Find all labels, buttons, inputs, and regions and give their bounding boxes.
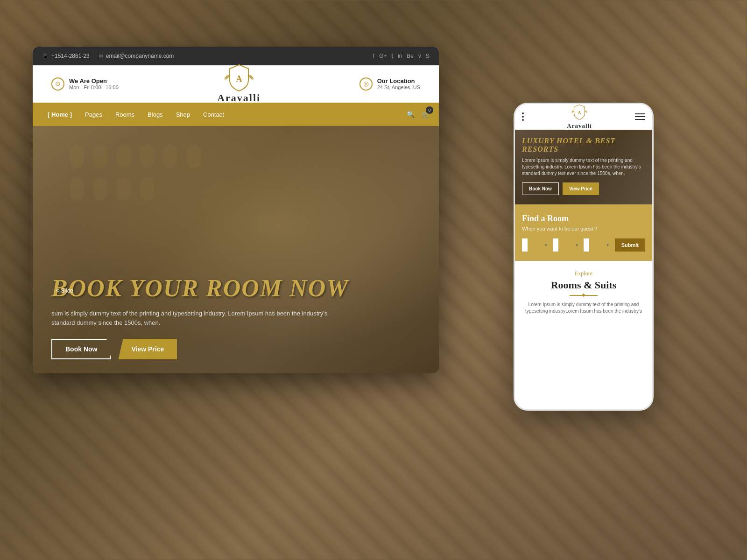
svg-rect-4 — [140, 145, 154, 168]
svg-text:A: A — [236, 74, 242, 84]
nav-right: 🔍 🛒 0 — [407, 110, 430, 119]
find-room-submit[interactable]: Submit — [615, 238, 645, 252]
email-contact: ✉ email@companyname.com — [99, 53, 174, 59]
nav-contact[interactable]: Contact — [197, 108, 230, 121]
nav-blogs[interactable]: Blogs — [142, 108, 169, 121]
hero-content: < Slide Book Your Room Now sum is simply… — [51, 274, 420, 359]
phone-menu-dots[interactable] — [522, 112, 524, 121]
phone-book-now-button[interactable]: Book Now — [522, 182, 559, 195]
svg-text:A: A — [578, 110, 581, 115]
svg-rect-10 — [140, 177, 154, 201]
book-now-button[interactable]: Book Now — [51, 339, 111, 359]
phone-icon: 📱 — [42, 53, 49, 59]
topbar-social: f G+ t in Be v S — [373, 53, 430, 59]
open-hours: Mon - Fri 8:00 - 16:00 — [69, 84, 119, 90]
guests-select[interactable] — [584, 238, 589, 252]
nav-links: Home Pages Rooms Blogs Shop Contact — [42, 108, 230, 121]
cart-count: 0 — [426, 106, 433, 114]
nav-pages[interactable]: Pages — [79, 108, 108, 121]
browser-topbar: 📱 +1514-2861-23 ✉ email@companyname.com … — [33, 47, 439, 65]
checkout-select-wrapper — [553, 238, 581, 252]
linkedin-icon[interactable]: in — [398, 53, 402, 59]
checkin-select[interactable] — [522, 238, 528, 252]
open-label: We Are Open — [69, 77, 119, 84]
svg-rect-3 — [117, 145, 131, 168]
facebook-icon[interactable]: f — [373, 53, 374, 59]
site-logo[interactable]: A Aravalli — [217, 64, 261, 104]
phone-number: +1514-2861-23 — [51, 53, 90, 59]
email-icon: ✉ — [99, 53, 103, 59]
guests-select-wrapper — [584, 238, 612, 252]
topbar-left: 📱 +1514-2861-23 ✉ email@companyname.com — [42, 53, 174, 59]
hamburger-menu[interactable] — [635, 113, 645, 120]
behance-icon[interactable]: Be — [407, 53, 414, 59]
skype-icon[interactable]: S — [426, 53, 430, 59]
nav-rooms[interactable]: Rooms — [110, 108, 140, 121]
mobile-phone: A Aravalli LUXURY HOTEL & BEST RESORTS L… — [514, 103, 654, 411]
email-address: email@companyname.com — [106, 53, 174, 59]
svg-rect-8 — [93, 177, 107, 201]
hero-buttons: Book Now View Price — [51, 339, 420, 359]
location-address: 24 St, Angeles, US — [377, 84, 420, 90]
main-navbar: Home Pages Rooms Blogs Shop Contact 🔍 🛒 … — [33, 103, 439, 126]
nav-home[interactable]: Home — [42, 108, 78, 121]
svg-rect-6 — [187, 145, 201, 168]
nav-shop[interactable]: Shop — [170, 108, 196, 121]
cart-badge[interactable]: 🛒 0 — [422, 110, 430, 119]
find-room-section: Find a Room When you want to be our gues… — [515, 204, 652, 261]
hours-text: We Are Open Mon - Fri 8:00 - 16:00 — [69, 77, 119, 90]
location-text: Our Location 24 St, Angeles, US — [377, 77, 420, 90]
svg-rect-9 — [117, 177, 131, 201]
find-room-subtitle: When you want to be our guest ? — [522, 226, 645, 231]
phone-logo-shield: A — [570, 104, 589, 122]
logo-shield: A — [223, 64, 255, 92]
clock-icon: ⊙ — [51, 77, 64, 91]
header-hours: ⊙ We Are Open Mon - Fri 8:00 - 16:00 — [51, 77, 119, 91]
checkin-select-wrapper — [522, 238, 550, 252]
rooms-section: Explore Rooms & Suits Lorem Ipsum is sim… — [515, 261, 652, 324]
location-label: Our Location — [377, 77, 420, 84]
search-icon[interactable]: 🔍 — [407, 111, 415, 119]
rooms-divider — [570, 295, 598, 296]
hero-section: < Slide Book Your Room Now sum is simply… — [33, 126, 439, 373]
location-icon: ◎ — [359, 77, 373, 91]
svg-rect-1 — [70, 145, 84, 168]
phone-hero-description: Lorem Ipsum is simply dummy text of the … — [522, 157, 645, 177]
phone-hero-title: LUXURY HOTEL & BEST RESORTS — [522, 137, 645, 154]
find-room-controls: Submit — [522, 238, 645, 252]
svg-rect-2 — [93, 145, 107, 168]
svg-rect-5 — [163, 145, 177, 168]
site-header: ⊙ We Are Open Mon - Fri 8:00 - 16:00 — [33, 65, 439, 103]
googleplus-icon[interactable]: G+ — [379, 53, 387, 59]
header-location: ◎ Our Location 24 St, Angeles, US — [359, 77, 420, 91]
hero-title: Book Your Room Now — [51, 274, 420, 302]
phone-view-price-button[interactable]: View Price — [563, 182, 599, 195]
hero-description: sum is simply dummy text of the printing… — [51, 309, 331, 327]
phone-topbar: A Aravalli — [515, 104, 652, 130]
explore-label: Explore — [522, 270, 645, 277]
brand-name: Aravalli — [217, 92, 261, 104]
phone-contact: 📱 +1514-2861-23 — [42, 53, 90, 59]
phone-brand-name: Aravalli — [567, 122, 592, 130]
phone-hero-buttons: Book Now View Price — [522, 182, 645, 195]
phone-hero-section: LUXURY HOTEL & BEST RESORTS Lorem Ipsum … — [515, 130, 652, 204]
find-room-title: Find a Room — [522, 214, 645, 224]
browser-window: 📱 +1514-2861-23 ✉ email@companyname.com … — [33, 47, 439, 373]
vimeo-icon[interactable]: v — [418, 53, 421, 59]
twitter-icon[interactable]: t — [392, 53, 393, 59]
slide-prev-button[interactable]: < Slide — [56, 287, 73, 294]
svg-rect-7 — [70, 177, 84, 201]
checkout-select[interactable] — [553, 238, 558, 252]
rooms-title: Rooms & Suits — [522, 279, 645, 291]
rooms-description: Lorem Ipsum is simply dummy text of the … — [522, 301, 645, 315]
view-price-button[interactable]: View Price — [118, 339, 177, 359]
phone-logo[interactable]: A Aravalli — [567, 104, 592, 130]
